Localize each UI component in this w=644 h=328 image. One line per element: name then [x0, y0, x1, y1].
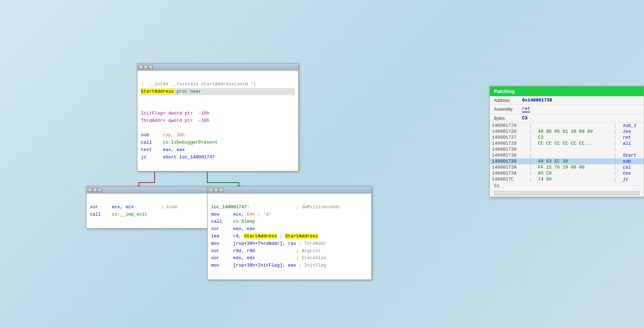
table-row[interactable]: 140001727| C3| ret [490, 135, 644, 140]
proc-name: StartAddress proc near [141, 89, 201, 94]
titlebar-btn-2[interactable] [144, 65, 148, 69]
patching-title: Patching [490, 86, 644, 96]
right-content: loc_140001747: ; dwMilliseconds mov ecx,… [208, 193, 371, 280]
left-branch-window[interactable]: xor ecx, ecx ; Code call cs:__imp_exit [86, 186, 213, 229]
right-branch-window[interactable]: loc_140001747: ; dwMilliseconds mov ecx,… [207, 186, 372, 280]
instr-jz: jz short loc_140001747 [141, 155, 215, 160]
left-xor: xor ecx, ecx ; Code [90, 204, 178, 210]
table-row[interactable]: 140001730| | Start [490, 152, 644, 158]
table-row[interactable]: 140001720| 48 8D 05 61 38 00 00| lea [490, 129, 644, 135]
right-btn-3[interactable] [219, 188, 223, 192]
r-xor1: xor eax, eax [211, 226, 255, 231]
table-row[interactable]: 140001728| CC CC CC CC CC CC...| ali [490, 140, 644, 146]
right-btn-1[interactable] [209, 188, 213, 192]
address-value: 0x140001730 [522, 98, 552, 103]
instr-test: test eax, eax [141, 147, 185, 152]
r-lea: lea r8, StartAddress ; StartAddress [211, 234, 318, 239]
left-btn-2[interactable] [93, 188, 97, 192]
disasm-table: 140001720| | sub_1 140001720| 48 8D 05 6… [490, 123, 644, 182]
table-row-selected[interactable]: 140001730| 48 83 EC 38| sub [490, 158, 644, 164]
patching-panel[interactable]: Patching Address: 0x140001730 Assembly: … [489, 86, 644, 197]
left-btn-3[interactable] [98, 188, 102, 192]
r-mov: mov ecx, 64h ; 'd' [211, 212, 272, 217]
right-btn-2[interactable] [214, 188, 218, 192]
horizontal-scrollbar[interactable] [494, 191, 639, 195]
bytes-label: Bytes: [494, 116, 522, 121]
r-xor3: xor edx, edx ; StackSize [211, 255, 326, 261]
table-row[interactable]: 1400017C| 74 09| jz [490, 176, 644, 182]
loc-label: loc_140001747: ; dwMilliseconds [211, 204, 340, 210]
bytes-row: Bytes: C3 [490, 114, 644, 123]
left-call: call cs:__imp_exit [90, 212, 148, 217]
left-titlebar [86, 186, 212, 193]
main-content: ; __int64 __fastcall StartAddress(void *… [137, 71, 298, 171]
right-titlebar [208, 186, 371, 193]
r-xor2: xor r9d, r9d ; ArgList [211, 248, 321, 254]
left-content: xor ecx, ecx ; Code call cs:__imp_exit [86, 193, 212, 228]
table-row[interactable]: 14000173A| FF 15 76 29 00 00| cal [490, 164, 644, 170]
address-label: Address: [494, 98, 522, 103]
main-ida-window[interactable]: ; __int64 __fastcall StartAddress(void *… [137, 63, 299, 171]
assembly-row[interactable]: Assembly: ret [490, 105, 644, 114]
assembly-label: Assembly: [494, 107, 522, 112]
table-row[interactable]: 14000173A| 85 C0| tes [490, 170, 644, 176]
instr-call1: call cs:IsDebuggerPresent [141, 140, 217, 145]
bytes-value: C3 [522, 116, 528, 121]
table-row[interactable]: 140001720| | sub_1 [490, 123, 644, 129]
patching-body: Address: 0x140001730 Assembly: ret Bytes… [490, 96, 644, 195]
r-call: call cs:Sleep [211, 219, 255, 224]
main-titlebar [137, 64, 298, 71]
scroll-number: 51 [490, 182, 644, 190]
titlebar-btn-1[interactable] [139, 65, 143, 69]
address-row: Address: 0x140001730 [490, 96, 644, 105]
comment-line: ; __int64 __fastcall StartAddress(void *… [141, 81, 256, 87]
titlebar-btn-3[interactable] [149, 65, 153, 69]
assembly-value[interactable]: ret [522, 106, 530, 112]
left-btn-1[interactable] [88, 188, 92, 192]
r-mov2: mov [rsp+38h+ThrdAddr], rax ; ThrdAddr [211, 241, 326, 246]
var1: InitFlag= dword ptr -18h [141, 111, 209, 116]
instr-sub: sub rsp, 38h [141, 132, 185, 138]
r-mov3: mov [rsp+38h+InitFlag], eax ; InitFlag [211, 263, 326, 268]
var2: ThrdAddr= qword ptr -10h [141, 118, 209, 123]
table-row[interactable]: 140001730| | [490, 146, 644, 152]
